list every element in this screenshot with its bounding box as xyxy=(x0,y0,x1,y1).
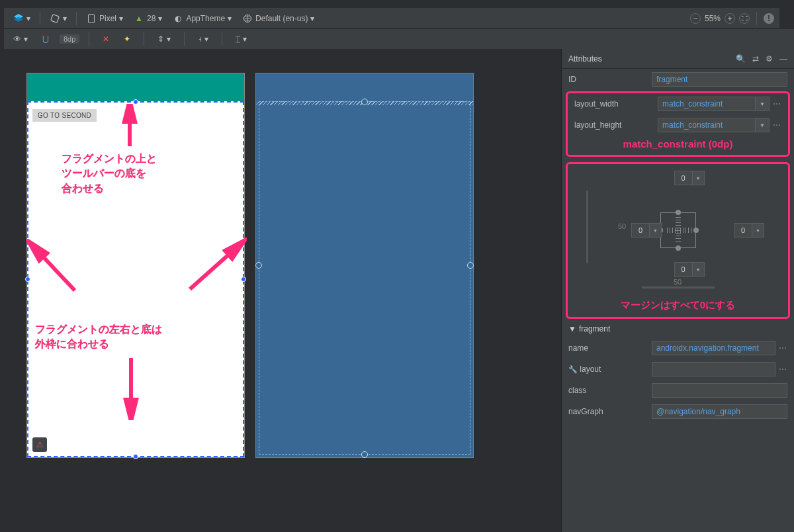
layout-toolbar: 👁▾ ⋃ 8dp ✕ ✦ ⇕▾ ⫞▾ ⌶▾ xyxy=(4,29,794,49)
annotation-arrow-up xyxy=(120,104,140,149)
more-icon[interactable]: ⋯ xyxy=(778,365,787,374)
bp-handle-left[interactable] xyxy=(255,262,262,269)
orientation-button[interactable]: ▾ xyxy=(46,11,71,26)
more-icon[interactable]: ⋯ xyxy=(772,99,781,109)
palette-mode-button[interactable]: ▾ xyxy=(9,11,34,26)
margin-bottom-input[interactable]: 0▼ xyxy=(674,262,705,277)
attr-input-name[interactable]: androidx.navigation.fragment xyxy=(652,341,775,355)
attributes-title: Attributes xyxy=(568,54,602,64)
attr-input-id[interactable]: fragment xyxy=(652,72,787,87)
magnet-button[interactable]: ⋃ xyxy=(38,31,53,47)
attr-input-width[interactable]: match_constraint xyxy=(658,97,755,111)
margin-left-input[interactable]: 0▼ xyxy=(631,223,662,238)
globe-icon xyxy=(242,13,253,24)
svg-line-8 xyxy=(190,245,239,289)
infer-constraints-button[interactable]: ✦ xyxy=(120,31,134,47)
zoom-controls: − 55% + ⛶ ! xyxy=(690,12,774,25)
height-dropdown-button[interactable]: ▼ xyxy=(755,118,770,132)
device-picker[interactable]: Pixel▾ xyxy=(82,11,127,26)
view-options-button[interactable]: 👁▾ xyxy=(9,31,32,47)
attr-label-id: ID xyxy=(568,75,652,84)
pack-icon: ⇕ xyxy=(157,34,164,44)
margin-right-input[interactable]: 0▼ xyxy=(734,223,764,238)
attr-row-name: name androidx.navigation.fragment ⋯ xyxy=(562,337,794,359)
attributes-header: Attributes 🔍 ⇄ ⚙ — xyxy=(562,49,794,69)
highlight-caption-match: match_constraint (0dp) xyxy=(568,136,788,151)
bp-handle-top[interactable] xyxy=(361,99,368,105)
constraint-square xyxy=(660,212,696,248)
attr-row-layout: 🔧 layout ⋯ xyxy=(562,359,794,380)
pack-button[interactable]: ⇕▾ xyxy=(154,31,175,47)
zoom-fit-button[interactable]: ⛶ xyxy=(739,13,750,24)
bp-handle-bottom[interactable] xyxy=(361,451,368,458)
highlight-caption-margin: マージンはすべて0にする xyxy=(568,296,788,313)
align-icon: ⫞ xyxy=(198,34,202,44)
align-button[interactable]: ⫞▾ xyxy=(194,31,212,47)
svg-marker-1 xyxy=(14,17,23,22)
more-icon[interactable]: ⋯ xyxy=(778,343,787,353)
theme-icon: ◐ xyxy=(173,13,183,24)
design-toolbar: ▾ ▾ Pixel▾ ▲ 28▾ ◐ AppTheme▾ Default (en… xyxy=(4,8,779,29)
margin-top-input[interactable]: 0▼ xyxy=(674,171,705,185)
cw-anchor-right[interactable] xyxy=(693,228,699,233)
search-icon[interactable]: 🔍 xyxy=(736,54,746,64)
cw-anchor-bottom[interactable] xyxy=(676,245,681,251)
attr-input-class[interactable] xyxy=(652,383,787,398)
device-label: Pixel xyxy=(99,14,116,23)
constraint-widget[interactable]: 50 50 0▼ 0▼ xyxy=(568,164,788,296)
preview-appbar xyxy=(27,73,244,101)
warnings-button[interactable]: ! xyxy=(764,13,774,24)
bp-handle-right[interactable] xyxy=(467,262,474,269)
swap-icon[interactable]: ⇄ xyxy=(752,54,759,64)
api-picker[interactable]: ▲ 28▾ xyxy=(130,11,166,26)
highlight-match-constraint: layout_width match_constraint ▼ ⋯ layout… xyxy=(566,91,790,157)
attr-input-navgraph[interactable]: @navigation/nav_graph xyxy=(652,404,787,419)
bias-value-v: 50 xyxy=(674,278,682,286)
blueprint-fragment-outline xyxy=(259,101,470,455)
clear-constraints-button[interactable]: ✕ xyxy=(99,31,113,47)
api-label: 28 xyxy=(147,14,155,23)
phone-icon xyxy=(86,13,97,24)
wrench-icon: 🔧 xyxy=(568,365,578,373)
zoom-value: 55% xyxy=(705,14,721,23)
annotation-top: フラグメントの上と ツールバーの底を 合わせる xyxy=(62,152,157,196)
attr-input-height[interactable]: match_constraint xyxy=(658,118,755,132)
attr-row-id: ID fragment xyxy=(562,69,794,90)
bias-track-v[interactable] xyxy=(586,191,588,263)
attributes-panel: Attributes 🔍 ⇄ ⚙ — ID fragment layout_wi… xyxy=(561,49,794,532)
bias-track-h[interactable] xyxy=(642,287,715,288)
eye-icon: 👁 xyxy=(13,34,21,44)
magnet-icon: ⋃ xyxy=(42,34,49,44)
constraint-handle-bottom[interactable] xyxy=(133,454,138,459)
clear-constraints-icon: ✕ xyxy=(103,34,109,44)
annotation-arrow-left xyxy=(26,239,85,298)
theme-label: AppTheme xyxy=(186,14,225,23)
guidelines-button[interactable]: ⌶▾ xyxy=(232,31,251,47)
svg-rect-3 xyxy=(89,14,95,22)
attr-row-height: layout_height match_constraint ▼ ⋯ xyxy=(568,114,788,136)
design-preview[interactable]: GO TO SECOND ⚠ フラグメントの上と ツールバーの底を 合わせる xyxy=(26,73,245,458)
attr-row-width: layout_width match_constraint ▼ ⋯ xyxy=(568,93,788,114)
locale-picker[interactable]: Default (en-us)▾ xyxy=(238,11,318,26)
zoom-in-button[interactable]: + xyxy=(725,13,735,24)
more-icon[interactable]: ⋯ xyxy=(772,120,781,130)
orientation-icon xyxy=(50,13,60,24)
svg-rect-2 xyxy=(51,14,60,22)
default-margin-button[interactable]: 8dp xyxy=(60,34,79,44)
svg-line-7 xyxy=(34,247,75,290)
attr-label-layout: 🔧 layout xyxy=(568,365,652,374)
width-dropdown-button[interactable]: ▼ xyxy=(755,97,770,111)
attr-label-navgraph: navGraph xyxy=(568,407,652,416)
section-fragment[interactable]: ▼ fragment xyxy=(562,320,794,337)
design-canvas[interactable]: GO TO SECOND ⚠ フラグメントの上と ツールバーの底を 合わせる xyxy=(0,49,561,532)
layout-warning-button[interactable]: ⚠ xyxy=(32,437,47,452)
minimize-icon[interactable]: — xyxy=(779,54,787,64)
zoom-out-button[interactable]: − xyxy=(690,13,701,24)
blueprint-preview[interactable] xyxy=(255,73,474,458)
annotation-bottom: フラグメントの左右と底は 外枠に合わせる xyxy=(35,322,162,352)
attr-label-height: layout_height xyxy=(574,120,658,130)
theme-picker[interactable]: ◐ AppTheme▾ xyxy=(169,11,236,26)
cw-anchor-top[interactable] xyxy=(676,210,681,215)
attr-input-layout[interactable] xyxy=(652,362,775,377)
gear-icon[interactable]: ⚙ xyxy=(766,54,773,64)
